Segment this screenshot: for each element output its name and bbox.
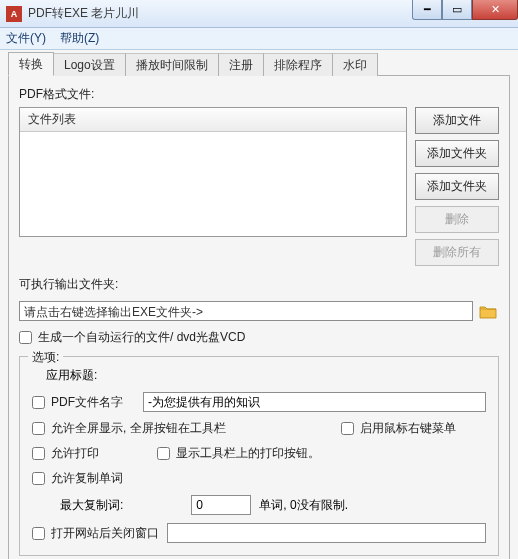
app-title-input[interactable] bbox=[143, 392, 486, 412]
file-list-header: 文件列表 bbox=[20, 108, 406, 132]
autorun-checkbox[interactable]: 生成一个自动运行的文件/ dvd光盘VCD bbox=[19, 329, 499, 346]
tab-page-convert: PDF格式文件: 文件列表 添加文件 添加文件夹 添加文件夹 删除 删除所有 可… bbox=[8, 75, 510, 559]
pdfname-checkbox-label: PDF文件名字 bbox=[51, 394, 123, 411]
app-title-label: 应用标题: bbox=[46, 367, 97, 384]
tab-convert[interactable]: 转换 bbox=[8, 52, 54, 76]
filelist-row: 文件列表 添加文件 添加文件夹 添加文件夹 删除 删除所有 bbox=[19, 107, 499, 266]
closewin-checkbox-input[interactable] bbox=[32, 527, 45, 540]
output-folder-input[interactable]: 请点击右键选择输出EXE文件夹-> bbox=[19, 301, 473, 321]
print-row: 允许打印 显示工具栏上的打印按钮。 bbox=[32, 445, 486, 462]
printbtn-checkbox-input[interactable] bbox=[157, 447, 170, 460]
fullscreen-row: 允许全屏显示, 全屏按钮在工具栏 启用鼠标右键菜单 bbox=[32, 420, 486, 437]
printbtn-checkbox[interactable]: 显示工具栏上的打印按钮。 bbox=[157, 445, 320, 462]
fullscreen-checkbox[interactable]: 允许全屏显示, 全屏按钮在工具栏 bbox=[32, 420, 226, 437]
options-legend: 选项: bbox=[28, 349, 63, 366]
maxcopy-label: 最大复制词: bbox=[60, 497, 123, 514]
window-buttons: ━ ▭ ✕ bbox=[412, 0, 518, 27]
mousemenu-checkbox[interactable]: 启用鼠标右键菜单 bbox=[341, 420, 456, 437]
mousemenu-checkbox-input[interactable] bbox=[341, 422, 354, 435]
print-checkbox[interactable]: 允许打印 bbox=[32, 445, 99, 462]
tabstrip: 转换 Logo设置 播放时间限制 注册 排除程序 水印 bbox=[8, 54, 510, 76]
menubar: 文件(Y) 帮助(Z) bbox=[0, 28, 518, 50]
tab-register[interactable]: 注册 bbox=[218, 53, 264, 76]
output-folder-label: 可执行输出文件夹: bbox=[19, 276, 499, 293]
app-icon: A bbox=[6, 6, 22, 22]
copy-checkbox-input[interactable] bbox=[32, 472, 45, 485]
close-button[interactable]: ✕ bbox=[472, 0, 518, 20]
closewin-checkbox[interactable]: 打开网站后关闭窗口 bbox=[32, 525, 159, 542]
closewin-checkbox-label: 打开网站后关闭窗口 bbox=[51, 525, 159, 542]
pdfname-row: PDF文件名字 bbox=[32, 392, 486, 412]
add-folder-button-1[interactable]: 添加文件夹 bbox=[415, 140, 499, 167]
print-checkbox-input[interactable] bbox=[32, 447, 45, 460]
maximize-button[interactable]: ▭ bbox=[442, 0, 472, 20]
menu-help[interactable]: 帮助(Z) bbox=[60, 30, 99, 47]
fullscreen-checkbox-label: 允许全屏显示, 全屏按钮在工具栏 bbox=[51, 420, 226, 437]
file-buttons: 添加文件 添加文件夹 添加文件夹 删除 删除所有 bbox=[415, 107, 499, 266]
pdfname-checkbox-input[interactable] bbox=[32, 396, 45, 409]
tab-timelimit[interactable]: 播放时间限制 bbox=[125, 53, 219, 76]
closewin-input[interactable] bbox=[167, 523, 486, 543]
delete-button[interactable]: 删除 bbox=[415, 206, 499, 233]
browse-folder-icon[interactable] bbox=[477, 301, 499, 321]
file-list[interactable]: 文件列表 bbox=[19, 107, 407, 237]
window-title: PDF转EXE 老片儿川 bbox=[28, 5, 412, 22]
autorun-checkbox-input[interactable] bbox=[19, 331, 32, 344]
copy-checkbox[interactable]: 允许复制单词 bbox=[32, 470, 123, 487]
options-group: 选项: 应用标题: PDF文件名字 允许全屏显示, 全屏按钮在工具栏 bbox=[19, 356, 499, 556]
pdfname-checkbox[interactable]: PDF文件名字 bbox=[32, 394, 123, 411]
add-file-button[interactable]: 添加文件 bbox=[415, 107, 499, 134]
maxcopy-unit: 单词, 0没有限制. bbox=[259, 497, 348, 514]
copy-checkbox-label: 允许复制单词 bbox=[51, 470, 123, 487]
app-title-row: 应用标题: bbox=[32, 367, 486, 384]
fullscreen-checkbox-input[interactable] bbox=[32, 422, 45, 435]
closewin-row: 打开网站后关闭窗口 bbox=[32, 523, 486, 543]
tab-watermark[interactable]: 水印 bbox=[332, 53, 378, 76]
minimize-button[interactable]: ━ bbox=[412, 0, 442, 20]
menu-file[interactable]: 文件(Y) bbox=[6, 30, 46, 47]
client-area: 转换 Logo设置 播放时间限制 注册 排除程序 水印 PDF格式文件: 文件列… bbox=[0, 50, 518, 559]
copy-row: 允许复制单词 bbox=[32, 470, 486, 487]
tab-exclude[interactable]: 排除程序 bbox=[263, 53, 333, 76]
output-folder-row: 请点击右键选择输出EXE文件夹-> bbox=[19, 301, 499, 321]
tab-logo[interactable]: Logo设置 bbox=[53, 53, 126, 76]
maxcopy-row: 最大复制词: 单词, 0没有限制. bbox=[32, 495, 486, 515]
mousemenu-checkbox-label: 启用鼠标右键菜单 bbox=[360, 420, 456, 437]
maxcopy-input[interactable] bbox=[191, 495, 251, 515]
titlebar: A PDF转EXE 老片儿川 ━ ▭ ✕ bbox=[0, 0, 518, 28]
print-checkbox-label: 允许打印 bbox=[51, 445, 99, 462]
delete-all-button[interactable]: 删除所有 bbox=[415, 239, 499, 266]
autorun-checkbox-label: 生成一个自动运行的文件/ dvd光盘VCD bbox=[38, 329, 245, 346]
add-folder-button-2[interactable]: 添加文件夹 bbox=[415, 173, 499, 200]
pdf-files-label: PDF格式文件: bbox=[19, 86, 499, 103]
printbtn-checkbox-label: 显示工具栏上的打印按钮。 bbox=[176, 445, 320, 462]
